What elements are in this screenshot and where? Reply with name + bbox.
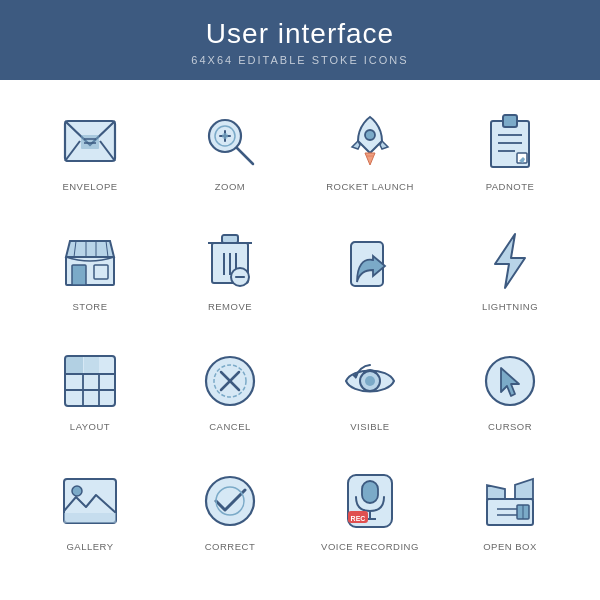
lightning-icon	[478, 229, 542, 293]
cursor-label: CURSOR	[488, 421, 532, 432]
cursor-icon	[478, 349, 542, 413]
icon-cell-store: STORE	[20, 210, 160, 330]
padnote-label: PADNOTE	[486, 181, 535, 192]
header-subtitle: 64X64 EDITABLE STOKE ICONS	[0, 54, 600, 66]
envelope-icon	[58, 109, 122, 173]
icon-cell-layout: LAYOUT	[20, 330, 160, 450]
svg-rect-3	[81, 135, 99, 149]
zoom-icon	[198, 109, 262, 173]
svg-text:REC: REC	[351, 515, 366, 522]
svg-rect-15	[503, 115, 517, 127]
layout-label: LAYOUT	[70, 421, 110, 432]
gallery-icon	[58, 469, 122, 533]
header: User interface 64X64 EDITABLE STOKE ICON…	[0, 0, 600, 80]
svg-line-8	[237, 148, 253, 164]
gallery-label: GALLERY	[66, 541, 113, 552]
open-box-label: OPEN BOX	[483, 541, 537, 552]
icon-cell-zoom: ZOOM	[160, 90, 300, 210]
svg-point-53	[72, 486, 82, 496]
svg-rect-58	[362, 481, 378, 503]
correct-label: CORRECT	[205, 541, 255, 552]
correct-icon	[198, 469, 262, 533]
rocket-label: ROCKET LAUNCH	[326, 181, 414, 192]
svg-point-12	[365, 130, 375, 140]
icon-cell-open-box: OPEN BOX	[440, 450, 580, 570]
icon-grid: ENVELOPE ZOOM RO	[0, 80, 600, 580]
svg-rect-42	[84, 357, 99, 373]
lightning-label: LIGHTNING	[482, 301, 538, 312]
svg-point-55	[206, 477, 254, 525]
icon-cell-voice-recording: REC VOICE RECORDING	[300, 450, 440, 570]
rocket-launch-icon	[338, 109, 402, 173]
icon-cell-cancel: CANCEL	[160, 330, 300, 450]
visible-label: VISIBLE	[350, 421, 389, 432]
svg-rect-29	[222, 235, 238, 243]
visible-icon	[338, 349, 402, 413]
envelope-label: ENVELOPE	[62, 181, 117, 192]
icon-cell-visible: VISIBLE	[300, 330, 440, 450]
cancel-label: CANCEL	[209, 421, 251, 432]
padnote-icon	[478, 109, 542, 173]
voice-recording-label: VOICE RECORDING	[321, 541, 419, 552]
icon-cell-gallery: GALLERY	[20, 450, 160, 570]
icon-cell-padnote: PADNOTE	[440, 90, 580, 210]
icon-cell-remove: REMOVE	[160, 210, 300, 330]
icon-cell-share	[300, 210, 440, 330]
open-box-icon	[478, 469, 542, 533]
page-title: User interface	[0, 18, 600, 50]
cancel-icon	[198, 349, 262, 413]
svg-rect-54	[64, 513, 116, 523]
svg-point-11	[222, 133, 228, 139]
voice-recording-icon: REC	[338, 469, 402, 533]
store-label: STORE	[72, 301, 107, 312]
icon-cell-rocket: ROCKET LAUNCH	[300, 90, 440, 210]
svg-rect-21	[72, 265, 86, 285]
share-icon	[338, 234, 402, 298]
icon-cell-correct: CORRECT	[160, 450, 300, 570]
zoom-label: ZOOM	[215, 181, 246, 192]
svg-rect-41	[66, 357, 83, 373]
icon-cell-lightning: LIGHTNING	[440, 210, 580, 330]
icon-cell-envelope: ENVELOPE	[20, 90, 160, 210]
remove-icon	[198, 229, 262, 293]
layout-icon	[58, 349, 122, 413]
icon-cell-cursor: CURSOR	[440, 330, 580, 450]
store-icon	[58, 229, 122, 293]
remove-label: REMOVE	[208, 301, 252, 312]
svg-point-48	[365, 376, 375, 386]
